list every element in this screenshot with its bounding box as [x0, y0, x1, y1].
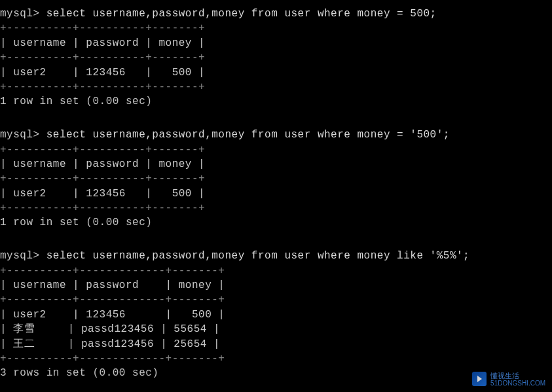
sql-statement: select username,password,money from user… [46, 8, 437, 20]
table-row: | user2 | 123456 | 500 | [0, 187, 552, 201]
result-message: 3 rows in set (0.00 sec) [0, 366, 552, 380]
table-border-bot: +----------+----------+-------+ [0, 201, 552, 215]
prompt: mysql> [0, 129, 46, 141]
table-header: | username | password | money | [0, 157, 552, 171]
query-line: mysql> select username,password,money fr… [0, 128, 552, 142]
table-border-mid: +----------+----------+-------+ [0, 50, 552, 65]
table-header: | username | password | money | [0, 278, 552, 293]
table-border-bot: +----------+----------+-------+ [0, 80, 552, 94]
blank-line [0, 234, 552, 249]
play-icon [472, 372, 487, 386]
result-message: 1 row in set (0.00 sec) [0, 215, 552, 230]
watermark-brand-url: 51DONGSHI.COM [490, 380, 545, 387]
sql-statement: select username,password,money from user… [46, 250, 470, 262]
table-border-mid: +----------+-------------+-------+ [0, 293, 552, 307]
query-line: mysql> select username,password,money fr… [0, 249, 552, 263]
table-border-mid: +----------+----------+-------+ [0, 171, 552, 186]
table-border-bot: +----------+-------------+-------+ [0, 351, 552, 366]
table-row: | user2 | 123456 | 500 | [0, 308, 552, 322]
terminal-output: mysql> select username,password,money fr… [0, 7, 552, 381]
table-row: | 王二 | passd123456 | 25654 | [0, 337, 552, 351]
query-line: mysql> select username,password,money fr… [0, 7, 552, 21]
watermark: 懂视生活 51DONGSHI.COM [472, 372, 545, 387]
result-message: 1 row in set (0.00 sec) [0, 94, 552, 109]
prompt: mysql> [0, 8, 46, 20]
watermark-brand-cn: 懂视生活 [490, 372, 545, 380]
blank-line [0, 113, 552, 128]
prompt: mysql> [0, 250, 46, 262]
watermark-text: 懂视生活 51DONGSHI.COM [490, 372, 545, 387]
table-border-top: +----------+-------------+-------+ [0, 264, 552, 278]
query-block: mysql> select username,password,money fr… [0, 249, 552, 381]
table-border-top: +----------+----------+-------+ [0, 21, 552, 35]
table-header: | username | password | money | [0, 36, 552, 50]
query-block: mysql> select username,password,money fr… [0, 7, 552, 109]
table-row: | 李雪 | passd123456 | 55654 | [0, 322, 552, 336]
table-border-top: +----------+----------+-------+ [0, 143, 552, 157]
table-row: | user2 | 123456 | 500 | [0, 65, 552, 80]
query-block: mysql> select username,password,money fr… [0, 128, 552, 230]
sql-statement: select username,password,money from user… [46, 129, 450, 141]
